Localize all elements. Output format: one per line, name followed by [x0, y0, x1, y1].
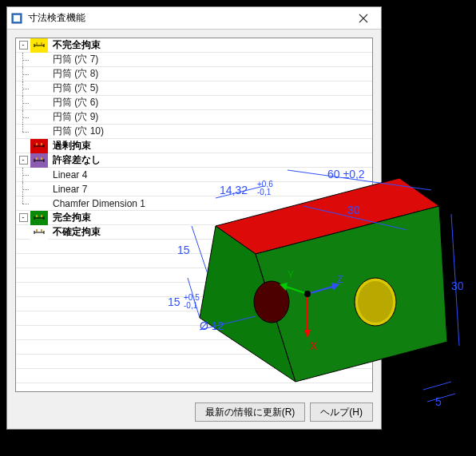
empty-row — [16, 240, 372, 254]
item-label: 円筒 (穴 5) — [45, 81, 372, 95]
item-label: 円筒 (穴 9) — [45, 110, 372, 124]
svg-rect-1 — [14, 15, 20, 22]
collapse-button[interactable]: - — [19, 156, 28, 165]
tree-line — [16, 182, 30, 196]
constraint-tree: - 不完全拘束 円筒 (穴 7) 円筒 (穴 8) 円筒 (穴 5) — [16, 38, 372, 392]
tree-line — [16, 67, 30, 81]
empty-row — [16, 383, 372, 392]
tree-line — [16, 110, 30, 125]
tree-line — [16, 81, 30, 96]
refresh-button[interactable]: 最新の情報に更新(R) — [195, 402, 306, 422]
ruler-icon — [30, 211, 48, 225]
close-button[interactable] — [349, 10, 378, 27]
group-label: 不完全拘束 — [48, 38, 372, 52]
tree-line — [16, 53, 30, 67]
empty-row — [16, 283, 372, 297]
tree-line — [16, 125, 30, 139]
tree-item[interactable]: 円筒 (穴 5) — [16, 81, 372, 96]
item-label: 円筒 (穴 10) — [45, 125, 372, 138]
tree-item[interactable]: 円筒 (穴 7) — [16, 53, 372, 67]
tree-item[interactable]: 円筒 (穴 6) — [16, 96, 372, 110]
close-icon — [359, 14, 368, 23]
tree-item[interactable]: Chamfer Dimension 1 — [16, 196, 372, 211]
tree-line — [16, 196, 30, 211]
dialog-footer: 最新の情報に更新(R) ヘルプ(H) — [7, 400, 381, 429]
item-label: Chamfer Dimension 1 — [45, 198, 372, 209]
tree-item[interactable]: 円筒 (穴 8) — [16, 67, 372, 81]
item-label: 円筒 (穴 8) — [45, 67, 372, 81]
empty-row — [16, 254, 372, 268]
help-button[interactable]: ヘルプ(H) — [310, 402, 373, 422]
empty-row — [16, 311, 372, 326]
item-label: Linear 4 — [45, 169, 372, 180]
empty-row — [16, 340, 372, 355]
tree-item[interactable]: Linear 4 — [16, 168, 372, 182]
tree-line — [16, 96, 30, 110]
dim-5: 5 — [435, 395, 442, 408]
window-title: 寸法検査機能 — [28, 11, 349, 25]
ruler-icon — [30, 225, 48, 240]
group-indeterminate[interactable]: 不確定拘束 — [16, 225, 372, 240]
empty-row — [16, 369, 372, 383]
tree-item[interactable]: 円筒 (穴 9) — [16, 110, 372, 125]
item-label: Linear 7 — [45, 184, 372, 195]
group-underconstrained[interactable]: - 不完全拘束 — [16, 38, 372, 53]
ruler-icon — [30, 153, 48, 168]
item-label: 円筒 (穴 7) — [45, 53, 372, 66]
group-label: 不確定拘束 — [48, 225, 372, 239]
empty-row — [16, 355, 372, 369]
group-notolerance[interactable]: - 許容差なし — [16, 153, 372, 168]
collapse-button[interactable]: - — [19, 41, 28, 50]
app-icon — [10, 12, 23, 25]
group-label: 許容差なし — [48, 153, 372, 167]
group-fullyconstrained[interactable]: - 完全拘束 — [16, 211, 372, 225]
collapse-button[interactable]: - — [19, 213, 28, 222]
tree-item[interactable]: 円筒 (穴 10) — [16, 125, 372, 139]
tree-line — [16, 168, 30, 182]
empty-row — [16, 297, 372, 311]
ruler-icon — [30, 38, 48, 53]
group-label: 完全拘束 — [48, 211, 372, 224]
group-label: 過剰拘束 — [48, 139, 372, 153]
tree-item[interactable]: Linear 7 — [16, 182, 372, 196]
ruler-icon — [30, 139, 48, 153]
tree-panel: - 不完全拘束 円筒 (穴 7) 円筒 (穴 8) 円筒 (穴 5) — [15, 38, 373, 392]
group-overconstrained[interactable]: 過剰拘束 — [16, 139, 372, 153]
titlebar: 寸法検査機能 — [7, 7, 381, 30]
dim-30-right: 30 — [451, 280, 464, 292]
item-label: 円筒 (穴 6) — [45, 96, 372, 109]
dimension-check-dialog: 寸法検査機能 - 不完全拘束 円筒 (穴 7) — [6, 6, 382, 430]
empty-row — [16, 326, 372, 340]
empty-row — [16, 268, 372, 283]
